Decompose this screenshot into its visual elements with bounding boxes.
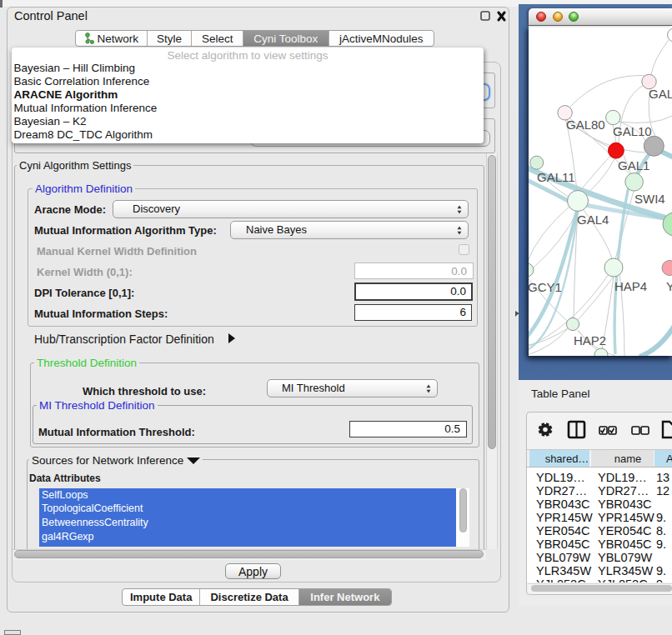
svg-text:HAP4: HAP4 — [614, 279, 647, 293]
svg-text:GCY1: GCY1 — [529, 280, 562, 294]
svg-text:GAL1: GAL1 — [618, 158, 649, 172]
svg-text:GAL11: GAL11 — [537, 170, 575, 184]
svg-text:GAL80: GAL80 — [566, 118, 605, 132]
svg-text:Y: Y — [666, 279, 672, 293]
svg-text:GAL4: GAL4 — [577, 212, 609, 227]
svg-text:HAP2: HAP2 — [574, 333, 606, 348]
svg-text:GAL2: GAL2 — [649, 87, 672, 101]
svg-text:SWI4: SWI4 — [634, 192, 665, 206]
svg-text:GAL10: GAL10 — [613, 124, 652, 138]
